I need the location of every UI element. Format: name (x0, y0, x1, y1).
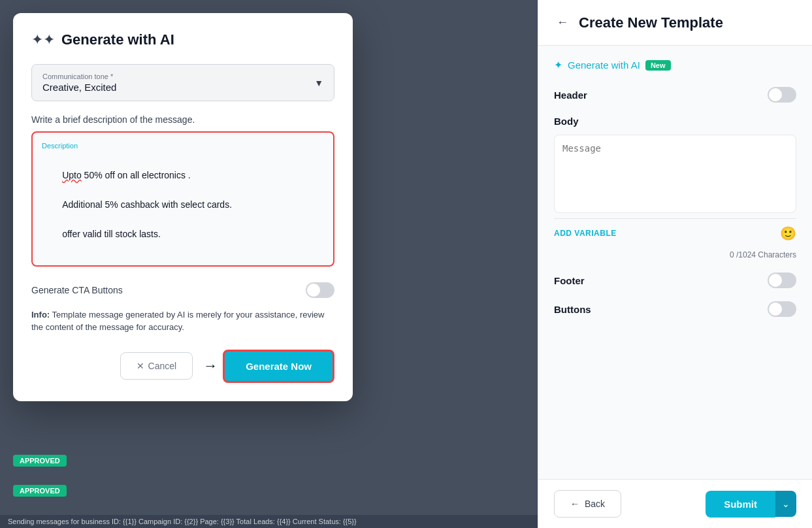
status-bar: Sending messages for business ID: {{1}} … (0, 515, 538, 528)
modal-footer: ✕ Cancel → Generate Now (31, 350, 334, 383)
modal-ai-sparkle-icon: ✦✦ (31, 31, 55, 48)
new-badge: New (645, 60, 671, 71)
generate-ai-modal: ✦✦ Generate with AI Communication tone *… (13, 13, 353, 401)
generate-ai-label[interactable]: Generate with AI (568, 59, 640, 71)
description-line3: offer valid till stock lasts. (62, 229, 161, 239)
message-textarea[interactable] (554, 135, 796, 213)
modal-title-row: ✦✦ Generate with AI (31, 31, 334, 48)
description-textarea-wrap[interactable]: Description Upto 50% off on all electron… (31, 131, 334, 267)
buttons-section-row: Buttons (554, 301, 796, 317)
generate-now-button[interactable]: Generate Now (223, 350, 334, 383)
info-text: Info: Template message generated by AI i… (31, 308, 334, 334)
cancel-x-icon: ✕ (137, 361, 144, 371)
char-count: 0 /1024 Characters (554, 250, 796, 259)
header-section-row: Header (554, 87, 796, 103)
add-variable-button[interactable]: ADD VARIABLE (554, 229, 617, 238)
description-line1: Upto 50% off on all electronics . (62, 170, 191, 180)
cancel-button[interactable]: ✕ Cancel (120, 352, 193, 380)
comm-tone-inner: Communication tone * Creative, Excited (42, 73, 116, 93)
comm-tone-section: Communication tone * Creative, Excited ▼ (31, 64, 334, 101)
right-panel-body: ✦ Generate with AI New Header Body ADD V… (538, 46, 812, 479)
description-text: Upto 50% off on all electronics . Additi… (42, 154, 324, 256)
description-line2: Additional 5% cashback with select cards… (62, 199, 232, 210)
right-panel-title: Create New Template (579, 14, 723, 31)
submit-button[interactable]: Submit (706, 491, 775, 518)
footer-label: Footer (554, 275, 585, 286)
buttons-label: Buttons (554, 304, 591, 315)
submit-btn-group: Submit ⌄ (706, 491, 796, 518)
comm-tone-select[interactable]: Communication tone * Creative, Excited ▼ (31, 64, 334, 101)
add-variable-row: ADD VARIABLE 🙂 (554, 218, 796, 248)
generate-ai-row: ✦ Generate with AI New (554, 59, 796, 71)
description-field-label: Description (42, 142, 324, 150)
right-panel-header: ← Create New Template (538, 0, 812, 46)
body-section: Body ADD VARIABLE 🙂 0 /1024 Characters (554, 116, 796, 259)
description-prompt: Write a brief description of the message… (31, 114, 334, 125)
emoji-icon[interactable]: 🙂 (780, 225, 796, 241)
right-panel-back-button[interactable]: ← (554, 13, 571, 32)
back-arrow-icon: ← (570, 499, 579, 509)
submit-chevron-button[interactable]: ⌄ (775, 491, 796, 517)
modal-overlay: ✦✦ Generate with AI Communication tone *… (0, 0, 538, 528)
footer-section-row: Footer (554, 272, 796, 288)
back-footer-button[interactable]: ← Back (554, 490, 621, 518)
modal-title: Generate with AI (61, 31, 174, 48)
ai-sparkle-icon: ✦ (554, 59, 562, 71)
generate-cta-label: Generate CTA Buttons (31, 285, 123, 295)
comm-tone-value: Creative, Excited (42, 82, 116, 93)
arrow-indicator: → (203, 357, 218, 374)
cancel-label: Cancel (148, 361, 177, 371)
generate-cta-toggle[interactable] (306, 282, 334, 298)
upto-text: Upto (62, 170, 82, 180)
comm-tone-chevron-icon: ▼ (314, 78, 323, 88)
header-toggle[interactable] (768, 87, 796, 103)
footer-toggle[interactable] (768, 272, 796, 288)
approved-badge-2: APPROVED (13, 455, 67, 467)
comm-tone-label: Communication tone * (42, 73, 116, 80)
status-bar-text: Sending messages for business ID: {{1}} … (8, 518, 357, 525)
right-panel: ← Create New Template ✦ Generate with AI… (538, 0, 812, 528)
approved-badge-1: APPROVED (13, 485, 67, 497)
generate-cta-row: Generate CTA Buttons (31, 282, 334, 298)
right-panel-footer: ← Back Submit ⌄ (538, 479, 812, 528)
buttons-toggle[interactable] (768, 301, 796, 317)
header-label: Header (554, 90, 587, 101)
body-label: Body (554, 116, 796, 127)
back-footer-label: Back (585, 499, 605, 509)
